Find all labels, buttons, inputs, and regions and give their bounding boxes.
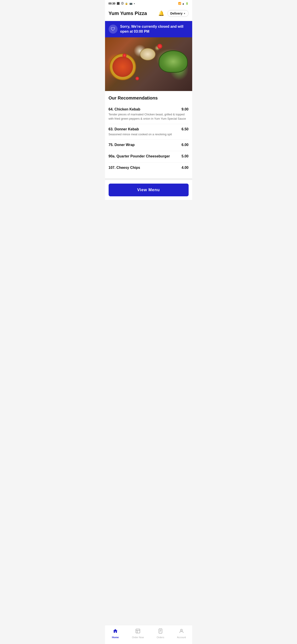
bottom-nav: Home Order Now Orders	[105, 625, 192, 644]
info-icon: ⓘ	[121, 2, 124, 5]
status-bar: 00:30 ⬛ ⓘ 🔒 📷 • 📶 ▲ 🔋	[105, 0, 192, 7]
status-time: 00:30	[109, 2, 116, 5]
status-left: 00:30 ⬛ ⓘ 🔒 📷 •	[109, 2, 135, 5]
closed-banner: 🛡 Sorry, We're currently closed and will…	[105, 21, 192, 37]
tomato-graphic-2	[122, 54, 126, 58]
restaurant-name: Yum Yums Pizza	[109, 10, 147, 16]
cast-icon: ⬛	[117, 2, 120, 5]
menu-item-header: 107. Cheesy Chips 4.00	[109, 166, 189, 170]
account-icon	[179, 628, 184, 635]
nav-order-now[interactable]: Order Now	[128, 628, 147, 640]
battery-icon: 🔋	[186, 2, 189, 5]
home-icon	[113, 628, 118, 635]
item-name: 107. Cheesy Chips	[109, 166, 179, 170]
dot-icon: •	[134, 2, 135, 5]
item-price: 6.50	[181, 127, 188, 131]
signal-icon: 📶	[178, 2, 181, 5]
closed-message: Sorry, We're currently closed and will o…	[120, 24, 189, 34]
item-price: 5.00	[181, 154, 188, 158]
item-price: 9.00	[181, 107, 188, 111]
menu-item-header: 75. Doner Wrap 6.00	[109, 143, 189, 147]
lock-icon: 🔒	[125, 2, 128, 5]
wifi-icon: ▲	[182, 2, 185, 5]
svg-point-7	[181, 629, 182, 631]
camera-icon: 📷	[129, 2, 133, 5]
item-name: 90a. Quarter Pounder Cheeseburger	[109, 154, 179, 158]
recommendations-card: Our Recommendations 64. Chicken Kebab 9.…	[105, 91, 192, 178]
menu-item-cheesy-chips[interactable]: 107. Cheesy Chips 4.00	[109, 162, 189, 174]
item-description: Seasoned mince meat cooked on a revolvin…	[109, 132, 172, 136]
nav-account-label: Account	[177, 636, 186, 639]
notification-button[interactable]: 🔔	[157, 10, 165, 17]
nav-home-label: Home	[112, 636, 119, 639]
item-name: 63. Donner Kebab	[109, 127, 179, 131]
item-name: 64. Chicken Kebab	[109, 107, 179, 111]
tomato-graphic-1	[157, 44, 162, 49]
menu-item-header: 90a. Quarter Pounder Cheeseburger 5.00	[109, 154, 189, 158]
menu-item-header: 64. Chicken Kebab 9.00	[109, 107, 189, 111]
orders-icon	[158, 628, 163, 635]
shield-icon-wrap: 🛡	[109, 24, 118, 34]
view-menu-section: View Menu	[105, 180, 192, 200]
menu-item-header: 63. Donner Kebab 6.50	[109, 127, 189, 131]
tomato-graphic-3	[135, 77, 139, 80]
order-now-icon	[135, 628, 141, 635]
pizza-graphic	[109, 54, 136, 80]
bottom-spacer	[105, 200, 192, 222]
hero-image	[105, 37, 192, 91]
delivery-selector[interactable]: Delivery ▼	[167, 10, 188, 17]
nav-account[interactable]: Account	[173, 628, 190, 640]
menu-item-chicken-kebab[interactable]: 64. Chicken Kebab 9.00 Tender pieces of …	[109, 104, 189, 124]
nav-orders-label: Orders	[157, 636, 164, 639]
section-separator	[105, 178, 192, 180]
chevron-down-icon: ▼	[184, 12, 186, 15]
salad-bowl-graphic	[159, 50, 188, 73]
delivery-label: Delivery	[170, 12, 182, 15]
item-price: 4.00	[181, 166, 188, 170]
nav-order-now-label: Order Now	[132, 636, 144, 639]
recommendations-title: Our Recommendations	[109, 96, 189, 100]
menu-item-cheeseburger[interactable]: 90a. Quarter Pounder Cheeseburger 5.00	[109, 151, 189, 162]
menu-item-doner-wrap[interactable]: 75. Doner Wrap 6.00	[109, 140, 189, 151]
menu-item-donner-kebab[interactable]: 63. Donner Kebab 6.50 Seasoned mince mea…	[109, 124, 189, 140]
nav-home[interactable]: Home	[107, 628, 123, 640]
item-price: 6.00	[181, 143, 188, 147]
header-actions: 🔔 Delivery ▼	[157, 10, 188, 17]
crouton-bowl-graphic	[140, 48, 156, 60]
header: Yum Yums Pizza 🔔 Delivery ▼	[105, 7, 192, 21]
item-name: 75. Doner Wrap	[109, 143, 179, 147]
svg-rect-0	[136, 629, 140, 633]
nav-orders[interactable]: Orders	[153, 628, 168, 640]
view-menu-button[interactable]: View Menu	[109, 184, 189, 196]
item-description: Tender pieces of marinated Chicken beast…	[109, 113, 186, 120]
shield-alert-icon: 🛡	[111, 26, 115, 32]
status-right: 📶 ▲ 🔋	[178, 2, 189, 5]
